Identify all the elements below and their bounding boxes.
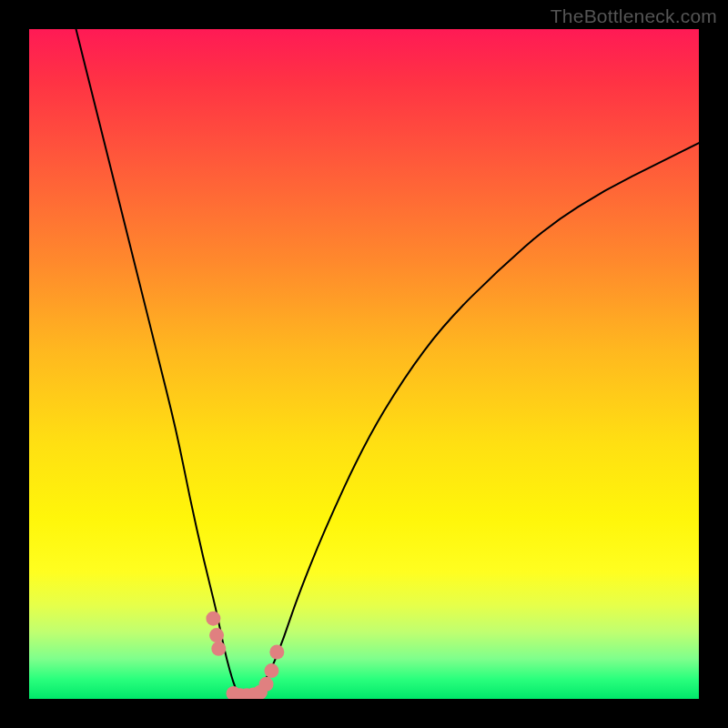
curve-markers — [206, 612, 284, 699]
curve-marker — [269, 644, 284, 659]
curve-marker — [264, 663, 278, 678]
bottleneck-curve — [76, 29, 699, 699]
chart-frame: TheBottleneck.com — [0, 0, 728, 728]
curve-marker — [206, 612, 220, 626]
chart-plot-area — [29, 29, 699, 699]
curve-marker — [209, 628, 224, 642]
curve-marker — [259, 677, 274, 692]
chart-svg — [29, 29, 699, 699]
curve-marker — [211, 642, 226, 656]
watermark-text: TheBottleneck.com — [551, 5, 717, 27]
